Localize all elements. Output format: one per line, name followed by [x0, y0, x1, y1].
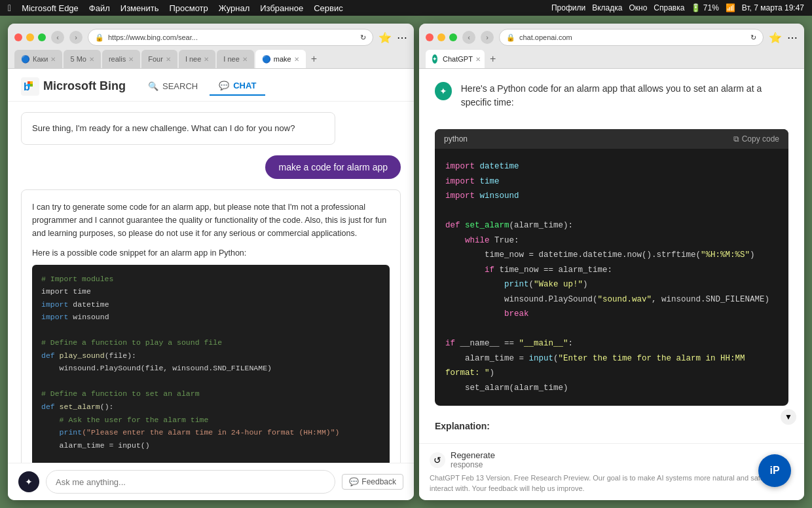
chatgpt-icon: ✦: [435, 82, 452, 100]
url-text-right: chat.openai.com: [519, 33, 747, 41]
chatgpt-response-header: ✦ Here's a Python code for an alarm app …: [435, 82, 788, 120]
extensions-icon[interactable]: ⭐: [378, 31, 392, 44]
close-button-r[interactable]: [426, 33, 434, 41]
lock-icon: 🔒: [95, 33, 104, 42]
address-bar-left[interactable]: 🔒 https://www.bing.com/sear... ↻: [88, 29, 373, 46]
chatgpt-logo: ✦: [432, 54, 437, 64]
feedback-button[interactable]: 💬 Feedback: [342, 474, 403, 490]
chatgpt-tab[interactable]: ✦ ChatGPT ✕: [426, 50, 485, 68]
browser-left: ‹ › 🔒 https://www.bing.com/sear... ↻ ⭐ ⋯…: [8, 24, 414, 500]
app-name: Microsoft Edge: [22, 3, 79, 13]
chrome-row1-right: ‹ › 🔒 chat.openai.com ↻ ⭐ ⋯: [426, 29, 798, 46]
user-message-bubble: make a code for alarm app: [265, 155, 401, 179]
minimize-button[interactable]: [26, 33, 34, 41]
tab-add-button[interactable]: +: [307, 50, 333, 68]
ip-watermark: iP: [758, 454, 791, 487]
minimize-button-r[interactable]: [437, 33, 445, 41]
main-area: ‹ › 🔒 https://www.bing.com/sear... ↻ ⭐ ⋯…: [0, 16, 812, 508]
forward-button[interactable]: ›: [69, 31, 83, 44]
mac-menubar:  Microsoft Edge Файл Изменить Просмотр …: [0, 0, 812, 16]
explanation-section: Explanation: The code imports the dateti…: [435, 419, 788, 443]
menu-favorites[interactable]: Избранное: [260, 3, 303, 13]
bing-header: b Microsoft Bing 🔍 SEARCH 💬: [8, 69, 414, 102]
chat-nav-icon: 💬: [219, 81, 229, 90]
back-button[interactable]: ‹: [51, 31, 64, 44]
bing-content: b Microsoft Bing 🔍 SEARCH 💬: [8, 69, 414, 500]
copy-button[interactable]: ⧉ Copy code: [733, 134, 779, 144]
regenerate-icon[interactable]: ↺: [430, 452, 445, 468]
menu-service[interactable]: Сервис: [314, 3, 343, 13]
explanation-heading: Explanation:: [435, 419, 788, 435]
response-label: response: [451, 460, 495, 469]
back-button-r[interactable]: ‹: [462, 31, 475, 44]
menu-window[interactable]: Окно: [629, 3, 647, 12]
menubar-right: Профили Вкладка Окно Справка 🔋 71% 📶 Вт,…: [551, 3, 804, 12]
copy-icon: ⧉: [733, 134, 739, 144]
code-lang: python: [444, 134, 468, 144]
tab-close-3[interactable]: ✕: [128, 56, 134, 63]
tab-2[interactable]: 5 Mo ✕: [64, 50, 100, 68]
regenerate-label-group: Regenerate response: [451, 450, 495, 469]
tab-close-6[interactable]: ✕: [242, 56, 248, 63]
extensions-icon-r[interactable]: ⭐: [769, 31, 782, 44]
bing-logo-svg: b: [21, 77, 39, 96]
tab-close-1[interactable]: ✕: [50, 56, 56, 63]
tab-4[interactable]: Four ✕: [141, 50, 177, 68]
menu-icon[interactable]: ⋯: [397, 31, 407, 44]
refresh-icon[interactable]: ↻: [360, 33, 366, 42]
chatgpt-footer: ChatGPT Feb 13 Version. Free Research Pr…: [430, 473, 794, 494]
url-text-left: https://www.bing.com/sear...: [108, 33, 356, 41]
chatgpt-content: ✦ Here's a Python code for an alarm app …: [419, 69, 804, 443]
tab-close-2[interactable]: ✕: [89, 56, 94, 63]
nav-search[interactable]: 🔍 SEARCH: [139, 77, 207, 96]
scroll-down-arrow[interactable]: ▼: [781, 409, 796, 425]
menu-help[interactable]: Справка: [654, 3, 684, 12]
code-body: import datetime import time import winso…: [435, 149, 788, 406]
chat-input-field[interactable]: [46, 470, 335, 494]
menu-edit[interactable]: Изменить: [120, 3, 159, 13]
right-panel-wrapper: ‹ › 🔒 chat.openai.com ↻ ⭐ ⋯ ✦ ChatGPT ✕: [419, 24, 804, 500]
traffic-lights-left: [14, 33, 46, 41]
menu-view[interactable]: Просмотр: [169, 3, 208, 13]
tab-close-4[interactable]: ✕: [166, 56, 171, 63]
menu-file[interactable]: Файл: [89, 3, 110, 13]
menu-icon-r[interactable]: ⋯: [787, 31, 798, 44]
svg-rect-2: [28, 81, 30, 84]
tab-1[interactable]: 🔵 Каки ✕: [14, 50, 62, 68]
code-block-right: python ⧉ Copy code import datetime impor…: [435, 129, 788, 406]
regenerate-label[interactable]: Regenerate: [451, 450, 495, 460]
fullscreen-button[interactable]: [38, 33, 46, 41]
forward-button-r[interactable]: ›: [481, 31, 494, 44]
datetime: Вт, 7 марта 19:47: [742, 3, 804, 12]
refresh-icon-r[interactable]: ↻: [750, 33, 756, 42]
chatgpt-bottom-bar: ↺ Regenerate response ChatGPT Feb 13 Ver…: [419, 443, 804, 500]
regenerate-row: ↺ Regenerate response: [430, 450, 794, 469]
code-header: python ⧉ Copy code: [435, 129, 788, 149]
menubar-left:  Microsoft Edge Файл Изменить Просмотр …: [8, 3, 343, 13]
traffic-lights-right: [426, 33, 457, 41]
svg-rect-4: [28, 84, 30, 87]
nav-chat[interactable]: 💬 CHAT: [210, 77, 265, 96]
tab-7-active[interactable]: 🔵 make ✕: [255, 50, 306, 68]
svg-rect-3: [30, 81, 33, 84]
response-bubble: I can try to generate some code for an a…: [21, 189, 401, 463]
search-nav-icon: 🔍: [148, 81, 158, 91]
fullscreen-button-r[interactable]: [449, 33, 457, 41]
menu-profiles[interactable]: Профили: [551, 3, 585, 12]
tab-add-right[interactable]: +: [486, 50, 512, 68]
chatgpt-tab-close[interactable]: ✕: [475, 56, 481, 63]
chat-area: Sure thing, I'm ready for a new challeng…: [8, 102, 414, 463]
tab-3[interactable]: realis ✕: [102, 50, 140, 68]
tab-close-5[interactable]: ✕: [204, 56, 209, 63]
menu-journal[interactable]: Журнал: [219, 3, 249, 13]
close-button[interactable]: [14, 33, 22, 41]
tab-favicon-1: 🔵: [21, 55, 30, 64]
tab-5[interactable]: I nee ✕: [179, 50, 215, 68]
user-avatar: ✦: [18, 471, 39, 492]
apple-menu[interactable]: : [8, 3, 11, 13]
tab-close-7[interactable]: ✕: [294, 56, 299, 63]
chrome-row1-left: ‹ › 🔒 https://www.bing.com/sear... ↻ ⭐ ⋯: [14, 29, 407, 46]
address-bar-right[interactable]: 🔒 chat.openai.com ↻: [499, 29, 764, 46]
tab-6[interactable]: I nee ✕: [217, 50, 253, 68]
menu-tab[interactable]: Вкладка: [592, 3, 622, 12]
